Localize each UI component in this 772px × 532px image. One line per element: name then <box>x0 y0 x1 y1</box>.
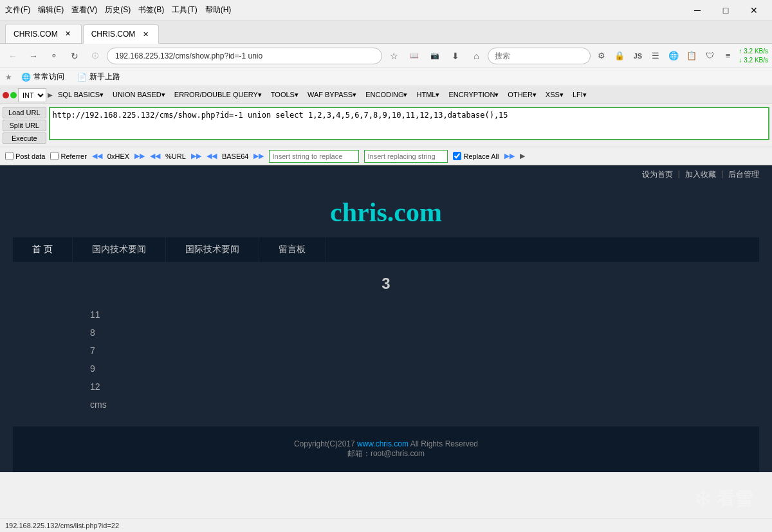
status-url: 192.168.225.132/cms/list.php?id=22 <box>5 522 119 529</box>
replace-all-option[interactable]: Replace All <box>453 152 499 160</box>
insert-string-input[interactable] <box>269 150 359 163</box>
hackbar-encryption[interactable]: ENCRYPTION▾ <box>445 89 502 100</box>
hackbar-union-based[interactable]: UNION BASED▾ <box>109 89 169 100</box>
menu-edit[interactable]: 编辑(E) <box>38 5 64 15</box>
menu-tools[interactable]: 工具(T) <box>172 5 197 15</box>
referrer-checkbox[interactable] <box>50 152 59 160</box>
addon-icon-4[interactable]: 🌐 <box>665 48 682 64</box>
addon-icon-js[interactable]: JS <box>629 48 646 64</box>
menu-history[interactable]: 历史(S) <box>105 5 131 15</box>
bookmark-newbie[interactable]: 📄 新手上路 <box>73 70 124 84</box>
hackbar-error-double[interactable]: ERROR/DOUBLE QUERY▾ <box>170 89 266 100</box>
home-button[interactable]: ⚬ <box>45 47 63 65</box>
bookmark-newbie-icon: 📄 <box>77 73 87 82</box>
footer-copyright-text: Copyright(C)2017 <box>294 439 357 448</box>
data-item-3: 9 <box>90 360 682 378</box>
hackbar-arrow-1: ▶ <box>48 91 53 98</box>
security-icon: ⓘ <box>86 47 104 65</box>
replace-all-label: Replace All <box>463 152 499 160</box>
status-bar: 192.168.225.132/cms/list.php?id=22 <box>0 518 772 532</box>
tab-1[interactable]: CHRIS.COM ✕ <box>83 24 160 44</box>
topbar-admin[interactable]: 后台管理 <box>728 169 759 180</box>
data-item-4: 12 <box>90 378 682 396</box>
menu-bookmarks[interactable]: 书签(B) <box>138 5 164 15</box>
addon-icon-5[interactable]: 📋 <box>683 48 700 64</box>
nav-domestic[interactable]: 国内技术要闻 <box>73 237 166 262</box>
referrer-option[interactable]: Referrer <box>50 152 86 160</box>
download-icon[interactable]: ⬇ <box>446 47 464 65</box>
hackbar-options: Post data Referrer ◀◀ 0xHEX ▶▶ ◀◀ %URL ▶… <box>0 147 772 165</box>
hackbar-arr-left-3: ◀◀ <box>207 152 217 160</box>
footer-rights-text: All Rights Reserved <box>409 439 478 448</box>
data-item-2: 7 <box>90 342 682 360</box>
toolbar-icons: ⚙ 🔒 JS ☰ 🌐 📋 🛡 ≡ <box>593 48 736 64</box>
topbar-set-home[interactable]: 设为首页 <box>642 169 673 180</box>
topbar-add-favorite[interactable]: 加入收藏 <box>685 169 716 180</box>
addon-icon-3[interactable]: ☰ <box>647 48 664 64</box>
tab-0-label: CHRIS.COM <box>14 30 58 39</box>
web-footer: Copyright(C)2017 www.chris.com All Right… <box>13 427 759 472</box>
addon-icon-shield[interactable]: 🛡 <box>701 48 718 64</box>
post-data-checkbox[interactable] <box>5 152 14 160</box>
hackbar-select[interactable]: INT <box>18 88 46 102</box>
back-button[interactable]: ← <box>4 47 22 65</box>
hackbar-html[interactable]: HTML▾ <box>412 89 443 100</box>
tab-1-close[interactable]: ✕ <box>140 29 151 39</box>
nav-home[interactable]: 首 页 <box>13 237 73 262</box>
maximize-button[interactable]: □ <box>713 3 739 18</box>
hackbar-arr-left-2: ◀◀ <box>150 152 160 160</box>
execute-button[interactable]: Execute <box>3 133 46 144</box>
insert-replacing-input[interactable] <box>364 150 448 163</box>
nav-guestbook[interactable]: 留言板 <box>259 237 326 262</box>
hackbar-xss[interactable]: XSS▾ <box>542 89 567 100</box>
url-input[interactable] <box>107 48 382 64</box>
hackbar-lfi[interactable]: LFI▾ <box>569 89 591 100</box>
web-content: 设为首页 | 加入收藏 | 后台管理 chris.com 首 页 国内技术要闻 … <box>0 165 772 472</box>
web-logo-area: chris.com <box>0 184 772 237</box>
screenshot-icon[interactable]: 📷 <box>426 47 444 65</box>
bookmark-icon: ★ <box>5 73 12 82</box>
tab-0[interactable]: CHRIS.COM ✕ <box>5 24 82 43</box>
hackbar-tools[interactable]: TOOLS▾ <box>267 89 302 100</box>
tab-0-close[interactable]: ✕ <box>63 29 73 39</box>
split-url-button[interactable]: Split URL <box>3 120 46 131</box>
reload-button[interactable]: ↻ <box>66 47 84 65</box>
hackbar-execute-arrow: ▶ <box>520 152 525 160</box>
web-highlight-number: 3 <box>90 268 682 299</box>
bookmark-frequent[interactable]: 🌐 常常访问 <box>17 70 68 84</box>
hackbar-url-input[interactable]: http://192.168.225.132/cms/show.php?id=-… <box>49 107 769 140</box>
search-input[interactable] <box>488 48 591 64</box>
speed-down: ↓ 3.2 KB/s <box>739 56 768 65</box>
web-logo: chris.com <box>330 197 442 228</box>
hackbar-dot-red <box>3 92 9 98</box>
addon-icon-2[interactable]: 🔒 <box>611 48 628 64</box>
load-url-button[interactable]: Load URL <box>3 107 46 118</box>
nav-international[interactable]: 国际技术要闻 <box>166 237 259 262</box>
hackbar-other[interactable]: OTHER▾ <box>504 89 540 100</box>
hackbar-arr-right-3: ▶▶ <box>253 152 264 160</box>
menu-file[interactable]: 文件(F) <box>5 5 30 15</box>
hackbar-waf-bypass[interactable]: WAF BYPASS▾ <box>304 89 360 100</box>
menu-view[interactable]: 查看(V) <box>71 5 97 15</box>
post-data-option[interactable]: Post data <box>5 152 45 160</box>
hackbar-sql-basics[interactable]: SQL BASICS▾ <box>54 89 107 100</box>
web-data-list: 11 8 7 9 12 cms <box>90 299 682 420</box>
menu-icon[interactable]: ≡ <box>719 48 736 64</box>
home-nav-icon[interactable]: ⌂ <box>467 47 485 65</box>
forward-button[interactable]: → <box>24 47 42 65</box>
hackbar-left-buttons: Load URL Split URL Execute <box>3 107 46 144</box>
bookmark-star-icon[interactable]: ☆ <box>385 47 403 65</box>
watermark-snowflake: ❄ <box>694 486 713 513</box>
replace-all-checkbox[interactable] <box>453 152 461 160</box>
addon-icon-1[interactable]: ⚙ <box>593 48 610 64</box>
web-topbar: 设为首页 | 加入收藏 | 后台管理 <box>0 165 772 184</box>
footer-email-line: 邮箱：root@chris.com <box>26 448 746 459</box>
minimize-button[interactable]: ─ <box>685 3 710 18</box>
data-item-5: cms <box>90 396 682 414</box>
hackbar-encoding[interactable]: ENCODING▾ <box>362 89 411 100</box>
read-mode-icon[interactable]: 📖 <box>405 47 423 65</box>
close-button[interactable]: ✕ <box>741 3 767 18</box>
menu-help[interactable]: 帮助(H) <box>205 5 232 15</box>
footer-domain-link[interactable]: www.chris.com <box>357 439 409 448</box>
window-controls: ─ □ ✕ <box>685 3 767 18</box>
